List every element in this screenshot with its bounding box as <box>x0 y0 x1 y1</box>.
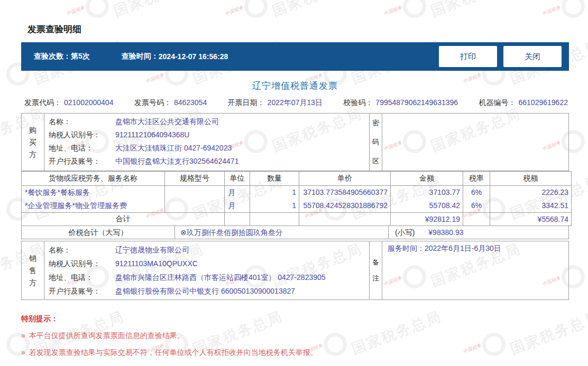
password-area-label: 密码区 <box>369 114 382 171</box>
buyer-address-value: 大洼区大洼镇珠江街 0427-6942023 <box>115 144 232 152</box>
grand-total-small-label: (小写) <box>395 228 415 237</box>
buyer-name-value: 盘锦市大洼区公共交通有限公司 <box>115 117 219 126</box>
invoice-number-label: 发票号码： <box>134 98 171 107</box>
items-table: 货物或应税劳务、服务名称 规格型号 单位 数量 单价 金额 税率 税额 *餐饮服… <box>21 171 572 226</box>
seller-taxid-value: 91211103MA10QPUXXC <box>115 259 198 268</box>
item-rate-cell: 6% 6% <box>463 186 490 213</box>
notice-bullet: » <box>21 331 25 340</box>
total-label: 合计 <box>22 213 225 226</box>
buyer-bank-row: 开户行及账号：中国银行盘锦大洼支行302564624471 <box>44 155 369 168</box>
notice-item-text: 本平台仅提供所查询发票票面信息的查验结果。 <box>29 331 185 340</box>
seller-bank-row: 开户行及账号：盘锦银行股份有限公司中银支行 660050130900013827 <box>44 284 369 298</box>
column-header-spec: 规格型号 <box>165 172 225 186</box>
buyer-box: 购买方 名称：盘锦市大洼区公共交通有限公司 纳税人识别号：91211121064… <box>21 113 569 171</box>
invoice-date-label: 开票日期： <box>228 98 265 107</box>
item-unit-cell: 月 月 <box>225 186 250 213</box>
seller-side-label: 销售方 <box>22 241 44 299</box>
seller-name-value: 辽宁德晟物业有限公司 <box>115 246 189 254</box>
check-count-value: 第5次 <box>71 52 90 61</box>
invoice-checksum-label: 校验码： <box>343 98 373 107</box>
check-time-value: 2024-12-07 16:56:28 <box>159 52 228 61</box>
grand-total-small: (小写)¥98380.93 <box>389 226 568 239</box>
column-header-rate: 税率 <box>463 172 490 186</box>
total-unit-cell <box>225 213 250 226</box>
buyer-name-row: 名称：盘锦市大洼区公共交通有限公司 <box>44 115 369 128</box>
buyer-bank-label: 开户行及账号： <box>49 155 115 168</box>
password-area-content <box>382 114 568 171</box>
buyer-rows: 名称：盘锦市大洼区公共交通有限公司 纳税人识别号：912111210640943… <box>44 114 369 171</box>
invoice-meta-row: 发票代码：021002000404 发票号码：84623054 开票日期：202… <box>24 98 568 108</box>
notice-item: »本平台仅提供所查询发票票面信息的查验结果。 <box>21 331 569 341</box>
invoice-date-value: 2022年07月13日 <box>268 98 323 107</box>
check-time-label: 查验时间： <box>122 52 159 61</box>
machine-number-label: 机器编号： <box>479 98 516 107</box>
buyer-side-label: 购买方 <box>22 114 44 171</box>
machine-number: 机器编号：661029619622 <box>479 98 568 108</box>
seller-box: 销售方 名称：辽宁德晟物业有限公司 纳税人识别号：91211103MA10QPU… <box>21 241 569 300</box>
item-name-cell: *餐饮服务*餐标服务 *企业管理服务*物业管理服务费 <box>22 186 165 213</box>
check-time: 查验时间： 2024-12-07 16:56:28 <box>122 52 228 61</box>
item-spec-cell <box>165 186 225 213</box>
invoice-checksum-value: 79954879062149631396 <box>375 98 458 107</box>
column-header-name: 货物或应税劳务、服务名称 <box>22 172 165 186</box>
column-header-unit: 单位 <box>225 172 250 186</box>
seller-address-value: 盘锦市兴隆台区庄林路西（市客运站四楼401室） 0427-2823905 <box>115 273 326 281</box>
notice-item: »若发现发票查验结果与实际交易不符，任何单位或个人有权拒收并向当地税务机关举报。 <box>21 348 569 358</box>
total-qty-cell <box>250 213 299 226</box>
column-header-price: 单价 <box>299 172 391 186</box>
page-title: 发票查验明细 <box>27 23 569 35</box>
buyer-taxid-value: 91211121064094368U <box>115 130 189 139</box>
items-total-row: 合计 ¥92812.19 ¥5568.74 <box>22 213 572 226</box>
grand-total-row: 价税合计（大写） ⊗玖万捌仟叁佰捌拾圆玖角叁分 (小写)¥98380.93 <box>21 226 569 239</box>
invoice-number: 发票号码：84623054 <box>134 98 207 108</box>
item-price-cell: 37103.773584905660377 55708.424528301886… <box>299 186 391 213</box>
total-amount: ¥92812.19 <box>391 213 463 226</box>
total-tax: ¥5568.74 <box>490 213 572 226</box>
items-body-row: *餐饮服务*餐标服务 *企业管理服务*物业管理服务费 月 月 1 1 37103… <box>22 186 572 213</box>
close-button[interactable]: 关闭 <box>503 46 562 67</box>
seller-address-row: 地址、电话：盘锦市兴隆台区庄林路西（市客运站四楼401室） 0427-28239… <box>44 270 369 284</box>
machine-number-value: 661029619622 <box>519 98 568 107</box>
notice-section: 特别提示： »本平台仅提供所查询发票票面信息的查验结果。 »若发现发票查验结果与… <box>21 314 569 358</box>
check-count-label: 查验次数： <box>34 52 71 61</box>
notice-bullet: » <box>21 348 25 356</box>
column-header-amount: 金额 <box>391 172 463 186</box>
buyer-address-row: 地址、电话：大洼区大洼镇珠江街 0427-6942023 <box>44 142 369 155</box>
item-tax-cell: 2226.23 3342.51 <box>490 186 572 213</box>
remark-content: 服务时间：2022年6月1日-6月30日 <box>382 241 568 299</box>
buyer-taxid-label: 纳税人识别号： <box>49 128 115 142</box>
item-qty-cell: 1 1 <box>250 186 299 213</box>
invoice-number-value: 84623054 <box>174 98 207 107</box>
seller-rows: 名称：辽宁德晟物业有限公司 纳税人识别号：91211103MA10QPUXXC … <box>44 241 369 299</box>
seller-taxid-label: 纳税人识别号： <box>49 257 115 270</box>
buyer-address-label: 地址、电话： <box>49 142 115 155</box>
invoice-verification-page: 发票查验明细 查验次数： 第5次 查验时间： 2024-12-07 16:56:… <box>0 0 588 358</box>
buyer-name-label: 名称： <box>49 115 115 128</box>
invoice-title: 辽宁增值税普通发票 <box>21 80 569 92</box>
column-header-tax: 税额 <box>490 172 572 186</box>
grand-total-label: 价税合计（大写） <box>22 226 175 239</box>
print-button[interactable]: 打印 <box>439 46 497 67</box>
toolbar: 查验次数： 第5次 查验时间： 2024-12-07 16:56:28 打印 关… <box>21 42 569 71</box>
grand-total-small-value: ¥98380.93 <box>428 228 463 237</box>
column-header-qty: 数量 <box>250 172 299 186</box>
notice-item-text: 若发现发票查验结果与实际交易不符，任何单位或个人有权拒收并向当地税务机关举报。 <box>29 348 318 356</box>
seller-bank-label: 开户行及账号： <box>49 284 115 298</box>
check-count: 查验次数： 第5次 <box>34 52 90 61</box>
invoice-checksum: 校验码：79954879062149631396 <box>343 98 458 108</box>
seller-bank-value: 盘锦银行股份有限公司中银支行 660050130900013827 <box>115 287 295 295</box>
buyer-bank-value: 中国银行盘锦大洼支行302564624471 <box>115 157 238 165</box>
notice-title: 特别提示： <box>21 314 569 324</box>
remark-label: 备注 <box>369 241 382 299</box>
total-rate-cell <box>463 213 490 226</box>
invoice-code: 发票代码：021002000404 <box>24 98 113 108</box>
grand-total-words: ⊗玖万捌仟叁佰捌拾圆玖角叁分 <box>175 226 389 239</box>
total-price-cell <box>299 213 391 226</box>
buyer-taxid-row: 纳税人识别号：91211121064094368U <box>44 128 369 142</box>
seller-name-label: 名称： <box>49 243 115 257</box>
items-header-row: 货物或应税劳务、服务名称 规格型号 单位 数量 单价 金额 税率 税额 <box>22 172 572 186</box>
seller-taxid-row: 纳税人识别号：91211103MA10QPUXXC <box>44 257 369 270</box>
item-amount-cell: 37103.77 55708.42 <box>391 186 463 213</box>
seller-name-row: 名称：辽宁德晟物业有限公司 <box>44 243 369 257</box>
invoice-code-value: 021002000404 <box>64 98 113 107</box>
